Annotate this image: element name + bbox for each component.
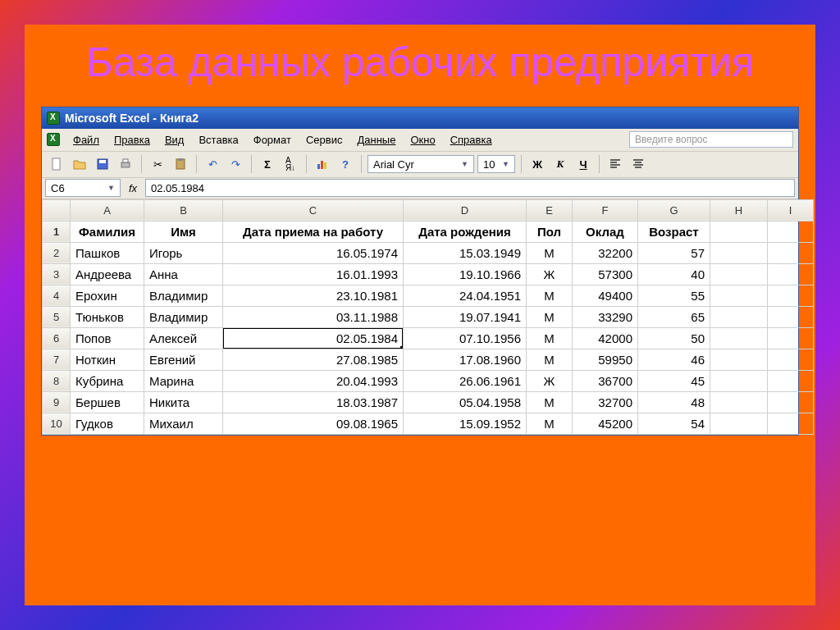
cell[interactable]: 23.10.1981 [223, 285, 404, 306]
underline-button[interactable]: Ч [573, 154, 593, 174]
cell[interactable]: 19.07.1941 [404, 306, 527, 327]
cell[interactable]: 40 [638, 263, 710, 285]
cell[interactable]: М [527, 413, 573, 434]
cell[interactable]: 24.04.1951 [404, 285, 527, 306]
cell[interactable]: Бершев [71, 391, 144, 413]
align-center-icon[interactable] [628, 154, 648, 174]
menu-window[interactable]: Окно [404, 131, 441, 148]
cell[interactable]: Евгений [144, 349, 223, 370]
cut-icon[interactable]: ✂ [148, 154, 167, 174]
cell[interactable]: Возраст [638, 221, 710, 242]
print-icon[interactable] [116, 154, 135, 174]
menu-insert[interactable]: Вставка [192, 131, 244, 148]
cell[interactable]: 17.08.1960 [404, 349, 527, 370]
cell[interactable]: 36700 [573, 370, 638, 391]
cell[interactable] [768, 306, 814, 327]
menu-format[interactable]: Формат [247, 131, 298, 148]
open-file-icon[interactable] [70, 154, 89, 174]
cell[interactable]: 05.04.1958 [404, 391, 527, 413]
font-selector[interactable]: Arial Cyr ▼ [368, 155, 474, 173]
menu-data[interactable]: Данные [350, 131, 402, 148]
col-header-I[interactable]: I [768, 199, 814, 221]
help-search-input[interactable]: Введите вопрос [629, 131, 793, 148]
chart-wizard-icon[interactable] [313, 154, 332, 174]
row-header[interactable]: 1 [43, 221, 71, 242]
cell[interactable]: 45200 [573, 413, 638, 434]
cell[interactable]: 15.03.1949 [404, 242, 527, 263]
cell[interactable]: Ерохин [71, 285, 144, 306]
menu-tools[interactable]: Сервис [299, 131, 349, 148]
cell[interactable]: Андреева [71, 263, 144, 285]
cell[interactable]: Пашков [71, 242, 144, 263]
sort-asc-icon[interactable]: АЯ↓ [281, 154, 300, 174]
cell[interactable]: 42000 [573, 327, 638, 349]
name-box[interactable]: C6 ▼ [45, 179, 121, 197]
col-header-D[interactable]: D [404, 199, 527, 221]
cell[interactable] [710, 263, 768, 285]
cell[interactable]: 16.05.1974 [223, 242, 404, 263]
cell[interactable]: М [527, 242, 573, 263]
cell[interactable]: 20.04.1993 [223, 370, 404, 391]
cell[interactable]: Анна [144, 263, 223, 285]
cell[interactable]: М [527, 349, 573, 370]
align-left-icon[interactable] [605, 154, 625, 174]
cell[interactable] [768, 327, 814, 349]
cell[interactable] [710, 370, 768, 391]
row-header[interactable]: 2 [43, 242, 71, 263]
worksheet[interactable]: A B C D E F G H I 1 Фамилия [42, 199, 798, 435]
cell[interactable] [768, 370, 814, 391]
row-header[interactable]: 3 [43, 263, 71, 285]
row-header[interactable]: 10 [43, 413, 71, 434]
cell[interactable]: 32700 [573, 391, 638, 413]
cell[interactable] [768, 263, 814, 285]
cell[interactable] [768, 349, 814, 370]
menu-view[interactable]: Вид [158, 131, 191, 148]
cell[interactable] [710, 285, 768, 306]
cell[interactable] [768, 221, 814, 242]
cell[interactable]: Гудков [71, 413, 144, 434]
row-header[interactable]: 9 [43, 391, 71, 413]
cell[interactable] [710, 221, 768, 242]
row-header[interactable]: 7 [43, 349, 71, 370]
cell[interactable] [768, 242, 814, 263]
cell[interactable]: Пол [527, 221, 573, 242]
cell[interactable] [710, 327, 768, 349]
fx-icon[interactable]: fx [121, 182, 145, 194]
cell[interactable]: Кубрина [71, 370, 144, 391]
col-header-C[interactable]: C [223, 199, 404, 221]
menu-help[interactable]: Справка [444, 131, 499, 148]
cell[interactable] [710, 306, 768, 327]
select-all-cell[interactable] [43, 199, 71, 221]
workbook-icon[interactable] [47, 133, 60, 146]
cell[interactable]: М [527, 391, 573, 413]
font-size-selector[interactable]: 10 ▼ [477, 155, 515, 173]
italic-button[interactable]: К [550, 154, 570, 174]
redo-icon[interactable]: ↷ [226, 154, 245, 174]
cell[interactable] [710, 391, 768, 413]
formula-input[interactable]: 02.05.1984 [145, 179, 795, 197]
col-header-A[interactable]: A [71, 199, 144, 221]
cell[interactable] [710, 242, 768, 263]
paste-icon[interactable] [171, 154, 190, 174]
cell[interactable]: 27.08.1985 [223, 349, 404, 370]
cell[interactable]: Михаил [144, 413, 223, 434]
undo-icon[interactable]: ↶ [203, 154, 222, 174]
col-header-H[interactable]: H [710, 199, 768, 221]
cell[interactable]: Игорь [144, 242, 223, 263]
cell[interactable]: 09.08.1965 [223, 413, 404, 434]
cell[interactable]: Оклад [573, 221, 638, 242]
cell[interactable]: 19.10.1966 [404, 263, 527, 285]
cell[interactable]: 65 [638, 306, 710, 327]
menu-edit[interactable]: Правка [107, 131, 157, 148]
cell[interactable]: Фамилия [71, 221, 144, 242]
cell[interactable]: М [527, 285, 573, 306]
cell[interactable]: Дата приема на работу [223, 221, 404, 242]
cell[interactable]: 48 [638, 391, 710, 413]
cell[interactable]: 57 [638, 242, 710, 263]
cell[interactable] [768, 285, 814, 306]
cell[interactable] [710, 413, 768, 434]
cell[interactable]: Никита [144, 391, 223, 413]
menu-file[interactable]: Файл [66, 131, 106, 148]
cell[interactable]: 32200 [573, 242, 638, 263]
fill-handle[interactable] [400, 346, 404, 349]
